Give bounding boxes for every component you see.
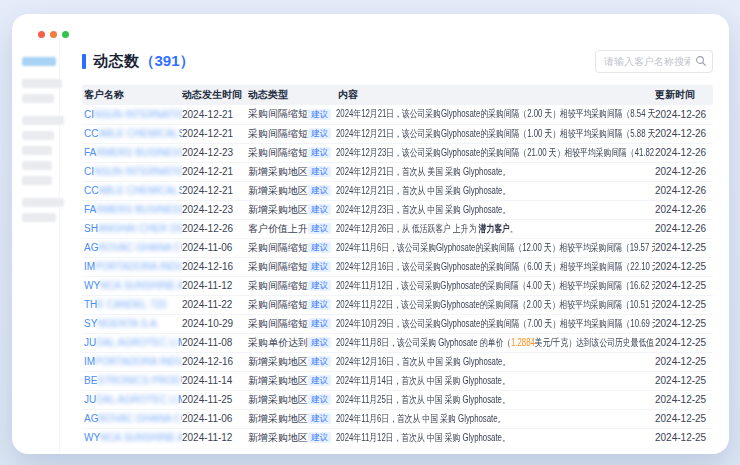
customer-name-redacted: RMERS BUSINESS [96,147,182,158]
app-window: 动态数 （391） 客户名称动态发生时间动态类型内容更新时间 CINSUN IN… [12,14,729,454]
content-text: 2024年11月14日，首次从 中国 采购 Glyphosate。 [336,374,510,388]
content-segment: 2024年11月14日，首次从 中国 采购 Glyphosate。 [336,375,510,386]
updated-time-cell: 2024-12-25 [655,238,713,257]
title-accent-bar [82,54,86,69]
customer-name-cell: CCABLE CHEMICALS LLC [82,181,182,200]
content-cell: 建议2024年12月21日，首次从 美国 采购 Glyphosate。 [308,162,655,181]
content-segment: 2024年11月12日，首次从 中国 采购 Glyphosate。 [336,432,510,443]
customer-name-link[interactable]: CINSUN INTERNATIONAL L... [84,109,182,120]
dynamic-type-cell: 采购间隔缩短 [248,124,308,143]
table-row: IMPORTADORA INDUSTRIA...2024-12-16采购间隔缩短… [82,257,713,276]
updated-time-cell: 2024-12-26 [655,124,713,143]
customer-name-redacted: ROVAC GHANA C [98,413,181,424]
content-cell: 建议2024年12月21日，首次从 中国 采购 Glyphosate。 [308,181,655,200]
customer-name-link[interactable]: CCABLE CHEMICALS LLC [84,128,182,139]
sidebar-item-4[interactable] [22,131,54,140]
suggestion-badge: 建议 [308,394,331,405]
table-row: FARMERS BUSINESS NET...2024-12-23采购间隔缩短建… [82,143,713,162]
dynamic-type-cell: 采购单价达到最低值 [248,333,308,352]
dynamics-table: 客户名称动态发生时间动态类型内容更新时间 CINSUN INTERNATIONA… [82,85,713,447]
content-cell: 建议2024年12月23日，该公司采购Glyphosate的采购间隔（21.00… [308,143,655,162]
customer-name-link[interactable]: JUDAL AGROTEC LIMITED [84,337,182,348]
suggestion-badge: 建议 [308,261,331,272]
table-row: WYNCA SUNSHINE AGRIC ...2024-11-12采购间隔缩短… [82,276,713,295]
customer-name-link[interactable]: WYNCA SUNSHINE AGRIC ... [84,280,182,291]
sidebar-item-7[interactable] [22,176,52,185]
page-title-count: （391） [140,52,195,71]
customer-name-link[interactable]: THE CANDEL 720 [84,299,166,310]
dynamic-type-cell: 采购间隔缩短 [248,276,308,295]
content-segment: 2024年12月23日，首次从 中国 采购 Glyphosate。 [336,204,510,215]
suggestion-badge: 建议 [308,280,331,291]
content-segment: 2024年11月6日，该公司采购Glyphosate的采购间隔（12.00 天）… [336,242,655,253]
sidebar-item-8[interactable] [22,198,64,207]
updated-time-cell: 2024-12-25 [655,428,713,447]
customer-name-link[interactable]: SYNGENTA S.A. [84,318,159,329]
suggestion-badge: 建议 [308,109,331,120]
dynamic-type-cell: 新增采购地区 [248,162,308,181]
content-text: 2024年12月23日，首次从 中国 采购 Glyphosate。 [336,203,510,217]
customer-name-link[interactable]: WYNCA SUNSHINE AGRIC ... [84,432,182,443]
customer-name-link[interactable]: CCABLE CHEMICALS LLC [84,185,182,196]
updated-time-cell: 2024-12-25 [655,390,713,409]
event-time-cell: 2024-10-29 [182,314,248,333]
customer-name-link[interactable]: FARMERS BUSINESS NET... [84,204,182,215]
updated-time-cell: 2024-12-25 [655,409,713,428]
updated-time-cell: 2024-12-26 [655,143,713,162]
window-minimize-button[interactable] [50,31,57,38]
sidebar-item-9[interactable] [22,213,56,222]
content-cell: 建议2024年12月21日，该公司采购Glyphosate的采购间隔（1.00 … [308,124,655,143]
table-row: IMPORTADORA INDUSTRIA...2024-12-16新增采购地区… [82,352,713,371]
customer-name-redacted: NGENTA S.A. [97,318,159,329]
customer-name-link[interactable]: SHANGHAI CHER DO INTER... [84,223,182,234]
search-icon[interactable] [695,55,707,67]
suggestion-badge: 建议 [308,432,331,443]
customer-name-link[interactable]: JUDAL AGROTEC LIMITED [84,394,182,405]
sidebar-item-1[interactable] [22,79,62,88]
highlight-value: 1.2884 [511,337,535,348]
window-zoom-button[interactable] [62,31,69,38]
sidebar-item-6[interactable] [22,161,52,170]
customer-name-link[interactable]: AGROVAC GHANA COMPA... [84,413,182,424]
column-header-4: 更新时间 [655,85,713,105]
table-row: SYNGENTA S.A.2024-10-29采购间隔缩短建议2024年10月2… [82,314,713,333]
customer-name-prefix: JU [84,337,96,348]
table-row: FARMERS BUSINESS NET...2024-12-23新增采购地区建… [82,200,713,219]
content-text: 2024年11月8日，该公司采购 Glyphosate 的单价（1.2884美元… [336,336,655,350]
content-segment: 2024年10月29日，该公司采购Glyphosate的采购间隔（7.00 天）… [336,318,655,329]
customer-name-link[interactable]: CINSUN INTERNATIONAL L... [84,166,182,177]
customer-name-link[interactable]: IMPORTADORA INDUSTRIA... [84,261,182,272]
customer-name-redacted: NCA SUNSHINE A [100,432,182,443]
content-segment: 2024年12月16日，该公司采购Glyphosate的采购间隔（6.00 天）… [336,261,655,272]
content-text: 2024年12月16日，该公司采购Glyphosate的采购间隔（6.00 天）… [336,260,655,274]
updated-time-cell: 2024-12-25 [655,295,713,314]
sidebar-item-5[interactable] [22,146,52,155]
customer-name-link[interactable]: IMPORTADORA INDUSTRIA... [84,356,182,367]
content-cell: 建议2024年12月21日，该公司采购Glyphosate的采购间隔（2.00 … [308,105,655,124]
customer-name-prefix: IM [84,261,95,272]
event-time-cell: 2024-11-08 [182,333,248,352]
customer-name-cell: FARMERS BUSINESS NET... [82,143,182,162]
customer-name-link[interactable]: BESTRONICS PRODUCTIO... [84,375,182,386]
customer-name-prefix: BE [84,375,97,386]
customer-name-cell: SHANGHAI CHER DO INTER... [82,219,182,238]
sidebar-item-active[interactable] [22,57,56,66]
customer-name-redacted: E CANDEL 720 [97,299,166,310]
dynamic-type-cell: 新增采购地区 [248,181,308,200]
customer-name-link[interactable]: AGROVAC GHANA COMPA... [84,242,182,253]
customer-name-prefix: AG [84,413,98,424]
content-segment: 2024年12月21日，首次从 中国 采购 Glyphosate。 [336,185,510,196]
sidebar-item-3[interactable] [22,116,64,125]
dynamic-type-cell: 新增采购地区 [248,390,308,409]
sidebar-item-2[interactable] [22,94,54,103]
table-row: THE CANDEL 7202024-11-22采购间隔缩短建议2024年11月… [82,295,713,314]
customer-name-link[interactable]: FARMERS BUSINESS NET... [84,147,182,158]
window-close-button[interactable] [38,31,45,38]
content-segment: 。 [510,223,518,234]
customer-name-prefix: TH [84,299,97,310]
dynamic-type-cell: 采购间隔缩短 [248,295,308,314]
dynamic-type-cell: 采购间隔缩短 [248,257,308,276]
updated-time-cell: 2024-12-26 [655,105,713,124]
content-segment: 2024年12月16日，首次从 中国 采购 Glyphosate。 [336,356,510,367]
content-text: 2024年11月22日，该公司采购Glyphosate的采购间隔（2.00 天）… [336,298,655,312]
